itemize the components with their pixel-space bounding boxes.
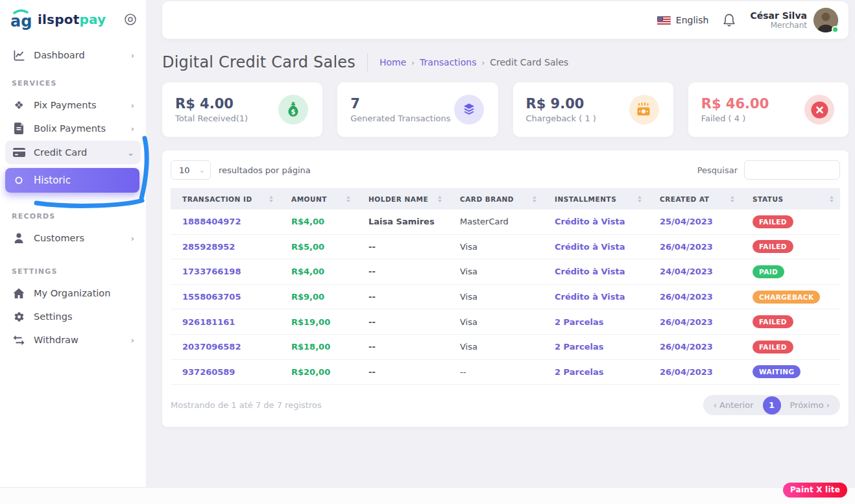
cell-brand: -- — [448, 367, 543, 377]
pagination-next[interactable]: Próximo › — [790, 400, 830, 410]
table-head: TRANSACTION IDAMOUNTHOLDER NAMECARD BRAN… — [171, 188, 840, 210]
chart-icon — [12, 49, 26, 62]
cell-status: PAID — [741, 265, 840, 278]
sort-icon[interactable] — [830, 196, 834, 202]
svg-text:ag: ag — [10, 12, 32, 30]
cell-holder: -- — [357, 367, 448, 377]
column-header[interactable]: CREATED AT — [648, 188, 741, 210]
notifications-bell-icon[interactable] — [723, 13, 736, 27]
table-row: 1558063705R$9,00--VisaCrédito à Vista26/… — [171, 285, 840, 310]
stat-label: Failed ( 4 ) — [701, 114, 769, 123]
stat-value: 7 — [350, 96, 450, 112]
sidebar-item-customers[interactable]: Customers › — [5, 227, 141, 249]
sort-icon[interactable] — [533, 196, 536, 202]
sort-icon[interactable] — [346, 196, 350, 202]
sort-icon[interactable] — [438, 196, 442, 202]
sidebar-item-label: Credit Card — [34, 147, 87, 158]
topbar: English César Silva Merchant — [162, 1, 849, 39]
cell-status: FAILED — [741, 215, 840, 228]
cell-created: 26/04/2023 — [648, 317, 741, 327]
search-label: Pesquisar — [697, 165, 738, 175]
stat-value: R$ 46.00 — [701, 96, 769, 112]
pagination-page-1[interactable]: 1 — [763, 396, 781, 414]
sidebar-item-label: Pix Payments — [34, 100, 97, 110]
sort-icon[interactable] — [638, 196, 642, 202]
cell-status: FAILED — [741, 341, 840, 354]
column-header[interactable]: INSTALLMENTS — [543, 188, 648, 210]
paintx-watermark: Paint X lite — [783, 483, 847, 498]
stat-value: R$ 4.00 — [175, 96, 248, 112]
document-icon — [12, 123, 26, 134]
user-menu[interactable]: César Silva Merchant — [750, 8, 838, 32]
sidebar-item-historic[interactable]: Historic — [5, 168, 139, 193]
status-badge: PAID — [753, 265, 784, 278]
sidebar-item-credit-card[interactable]: Credit Card ⌄ — [5, 141, 141, 164]
column-header[interactable]: HOLDER NAME — [357, 188, 448, 210]
cell-id[interactable]: 1888404972 — [171, 217, 280, 226]
language-selector[interactable]: English — [657, 15, 709, 25]
breadcrumb-current: Credit Card Sales — [490, 57, 568, 67]
sidebar-item-dashboard[interactable]: Dashboard › — [5, 44, 141, 66]
cell-status: WAITING — [741, 365, 840, 378]
pagination: ‹ Anterior 1 Próximo › — [703, 395, 840, 415]
column-header[interactable]: TRANSACTION ID — [171, 188, 280, 210]
cell-created: 25/04/2023 — [648, 217, 741, 226]
cell-id[interactable]: 1558063705 — [171, 292, 280, 302]
sort-icon[interactable] — [269, 196, 273, 202]
sidebar: ag ilspotpay Dashboard › SERVICES ❖ Pix … — [0, 0, 146, 487]
cell-id[interactable]: 285928952 — [171, 242, 280, 252]
page-size-value: 10 — [179, 165, 190, 175]
cell-holder: -- — [357, 317, 448, 327]
breadcrumb: Home›Transactions›Credit Card Sales — [379, 57, 568, 67]
sort-icon[interactable] — [730, 196, 734, 202]
sidebar-item-settings[interactable]: Settings — [5, 306, 141, 328]
cell-status: CHARGEBACK — [741, 291, 840, 304]
cell-id[interactable]: 926181161 — [171, 317, 280, 327]
column-header[interactable]: STATUS — [741, 188, 840, 210]
avatar[interactable] — [813, 8, 838, 32]
cell-id[interactable]: 2037096582 — [171, 342, 280, 352]
brand-name: ilspotpay — [38, 12, 106, 27]
stat-label: Generated Transactions — [350, 114, 450, 123]
sidebar-item-pix-payments[interactable]: ❖ Pix Payments › — [5, 94, 141, 116]
cell-holder: -- — [357, 342, 448, 352]
sidebar-item-label: My Organization — [34, 288, 110, 298]
error-circle-icon — [804, 95, 834, 125]
chevron-right-icon: › — [131, 101, 134, 110]
brand-logo[interactable]: ag ilspotpay — [0, 0, 146, 38]
table-row: 285928952R$5,00--VisaCrédito à Vista26/0… — [171, 235, 840, 260]
cell-amount: R$5,00 — [280, 242, 357, 252]
column-header[interactable]: CARD BRAND — [448, 188, 543, 210]
cell-amount: R$4,00 — [280, 267, 357, 276]
stat-label: Total Received(1) — [175, 114, 248, 123]
sidebar-item-withdraw[interactable]: Withdraw › — [5, 329, 141, 351]
sidebar-item-my-organization[interactable]: My Organization — [5, 282, 141, 304]
sidebar-item-bolix-payments[interactable]: Bolix Payments › — [5, 117, 141, 139]
cell-id[interactable]: 937260589 — [171, 367, 280, 377]
cell-installments: Crédito à Vista — [543, 267, 648, 276]
cell-brand: Visa — [448, 242, 543, 252]
page-title: Digital Credit Card Sales — [162, 53, 355, 71]
sidebar-section-settings: SETTINGS — [0, 250, 146, 281]
transactions-panel: 10 ⌄ resultados por página Pesquisar TRA… — [162, 150, 849, 427]
cell-installments: 2 Parcelas — [543, 317, 648, 327]
cell-id[interactable]: 1733766198 — [171, 267, 280, 276]
pagination-prev[interactable]: ‹ Anterior — [714, 400, 754, 410]
breadcrumb-home[interactable]: Home — [379, 57, 406, 67]
search-input[interactable] — [744, 160, 840, 180]
column-header[interactable]: AMOUNT — [280, 188, 357, 210]
stat-card-failed: R$ 46.00 Failed ( 4 ) — [688, 82, 849, 137]
layers-icon — [454, 95, 484, 125]
chevron-right-icon: › — [131, 51, 134, 60]
page-size-select[interactable]: 10 ⌄ — [171, 160, 211, 180]
records-count: Mostrando de 1 até 7 de 7 registros — [171, 400, 322, 410]
sidebar-section-services: SERVICES — [0, 67, 146, 93]
sidebar-collapse-icon[interactable] — [124, 13, 137, 26]
cell-status: FAILED — [741, 315, 840, 328]
breadcrumb-transactions[interactable]: Transactions — [420, 57, 476, 67]
status-badge: WAITING — [753, 365, 801, 378]
status-badge: FAILED — [753, 315, 793, 328]
cell-amount: R$18,00 — [280, 342, 357, 352]
cell-brand: Visa — [448, 267, 543, 276]
chevron-down-icon: ⌄ — [199, 166, 205, 174]
